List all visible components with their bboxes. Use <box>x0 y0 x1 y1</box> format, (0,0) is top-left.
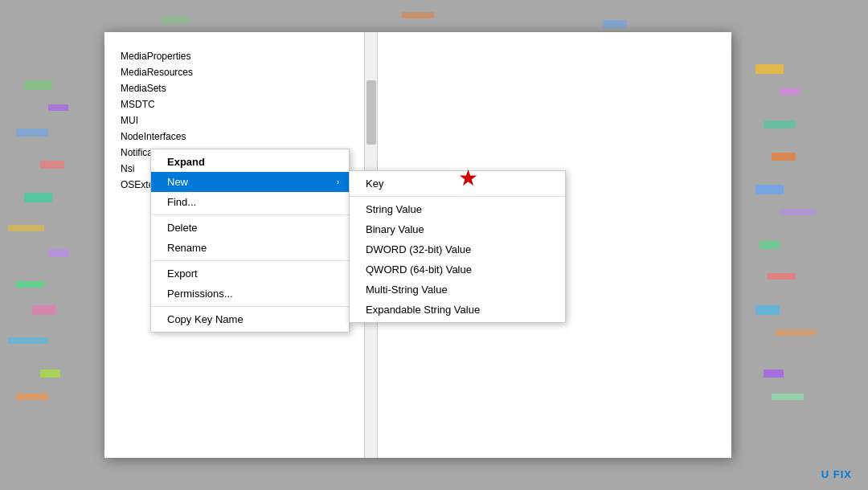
submenu-item-string-value[interactable]: String Value <box>350 199 565 219</box>
registry-item[interactable]: MediaResources <box>104 64 377 80</box>
submenu-arrow-icon: › <box>337 178 339 186</box>
submenu-item-binary-value[interactable]: Binary Value <box>350 219 565 239</box>
scrollbar-thumb[interactable] <box>366 80 376 145</box>
registry-item[interactable]: MediaProperties <box>104 48 377 64</box>
menu-item-label-expand: Expand <box>167 156 205 168</box>
menu-item-delete[interactable]: Delete <box>151 218 349 238</box>
context-menu-primary: ExpandNew›Find...DeleteRenameExportPermi… <box>150 149 350 333</box>
submenu-separator <box>350 196 565 197</box>
submenu-item-label-multi-string-value: Multi-String Value <box>366 284 448 296</box>
menu-separator <box>151 260 349 261</box>
menu-item-label-export: Export <box>167 267 198 280</box>
menu-item-copy-key-name[interactable]: Copy Key Name <box>151 309 349 329</box>
submenu-item-key[interactable]: Key <box>350 174 565 194</box>
context-menu-secondary: KeyString ValueBinary ValueDWORD (32-bit… <box>349 170 566 323</box>
menu-item-rename[interactable]: Rename <box>151 238 349 258</box>
submenu-item-dword-value[interactable]: DWORD (32-bit) Value <box>350 239 565 259</box>
watermark: U FIX <box>821 468 852 480</box>
submenu-item-label-dword-value: DWORD (32-bit) Value <box>366 243 471 255</box>
submenu-item-label-expandable-string-value: Expandable String Value <box>366 304 480 316</box>
menu-separator <box>151 306 349 307</box>
menu-item-permissions[interactable]: Permissions... <box>151 284 349 304</box>
menu-item-new[interactable]: New› <box>151 172 349 192</box>
registry-item[interactable]: MUI <box>104 112 377 129</box>
registry-item[interactable]: MediaSets <box>104 80 377 96</box>
menu-item-label-rename: Rename <box>167 242 207 254</box>
menu-item-export[interactable]: Export <box>151 263 349 284</box>
menu-separator <box>151 214 349 215</box>
menu-item-find[interactable]: Find... <box>151 192 349 212</box>
submenu-item-label-qword-value: QWORD (64-bit) Value <box>366 263 472 276</box>
registry-item[interactable]: NodeInterfaces <box>104 129 377 145</box>
submenu-item-multi-string-value[interactable]: Multi-String Value <box>350 280 565 300</box>
menu-item-expand[interactable]: Expand <box>151 152 349 172</box>
menu-item-label-find: Find... <box>167 196 196 208</box>
submenu-item-label-string-value: String Value <box>366 203 422 215</box>
submenu-item-label-key: Key <box>366 178 383 190</box>
menu-item-label-permissions: Permissions... <box>167 288 233 300</box>
menu-item-label-copy-key-name: Copy Key Name <box>167 313 244 325</box>
menu-item-label-new: New <box>167 176 188 188</box>
menu-item-label-delete: Delete <box>167 222 198 234</box>
submenu-item-expandable-string-value[interactable]: Expandable String Value <box>350 300 565 320</box>
submenu-item-qword-value[interactable]: QWORD (64-bit) Value <box>350 259 565 280</box>
submenu-item-label-binary-value: Binary Value <box>366 223 424 235</box>
registry-item[interactable]: MSDTC <box>104 96 377 112</box>
